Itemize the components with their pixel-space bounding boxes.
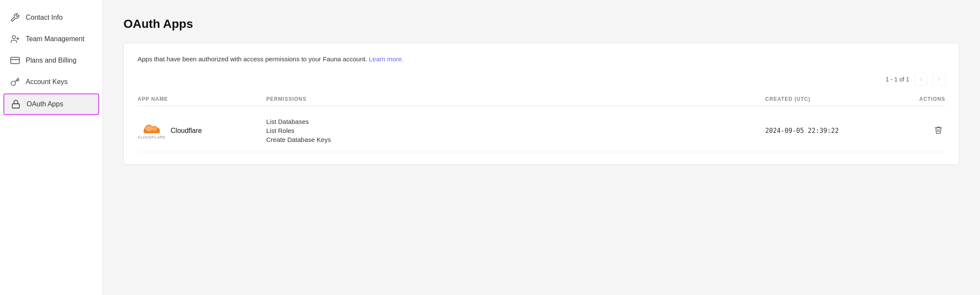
cloudflare-brand-text: CLOUDFLARE <box>138 135 165 139</box>
trash-icon <box>934 126 943 134</box>
table-row: CLOUDFLARE Cloudflare List Databases Lis… <box>138 109 945 152</box>
svg-point-0 <box>12 36 15 39</box>
cloudflare-icon <box>142 122 161 134</box>
sidebar-item-account-keys[interactable]: Account Keys <box>0 71 102 93</box>
key-icon <box>10 77 20 87</box>
svg-point-11 <box>152 126 157 131</box>
page-title: OAuth Apps <box>123 17 959 31</box>
col-header-actions: ACTIONS <box>894 96 945 102</box>
sidebar-item-label: Contact Info <box>26 14 63 21</box>
app-name-cell: CLOUDFLARE Cloudflare <box>138 122 266 139</box>
permission-list-roles: List Roles <box>266 127 765 134</box>
wrench-icon <box>10 13 20 22</box>
permission-create-database-keys: Create Database Keys <box>266 136 765 143</box>
app-name-label: Cloudflare <box>171 127 202 135</box>
sidebar-item-team-management[interactable]: Team Management <box>0 28 102 50</box>
sidebar: Contact Info Team Management Plans and B… <box>0 0 103 295</box>
oauth-apps-card: Apps that have been authorized with acce… <box>123 43 959 165</box>
sidebar-item-label: OAuth Apps <box>27 100 63 108</box>
permission-list-databases: List Databases <box>266 118 765 125</box>
svg-rect-5 <box>12 104 20 108</box>
svg-rect-9 <box>144 129 159 133</box>
sidebar-item-label: Plans and Billing <box>26 57 76 64</box>
col-header-app-name: APP NAME <box>138 96 266 102</box>
table-header: APP NAME PERMISSIONS CREATED (UTC) ACTIO… <box>138 93 945 106</box>
sidebar-item-contact-info[interactable]: Contact Info <box>0 7 102 28</box>
col-header-permissions: PERMISSIONS <box>266 96 765 102</box>
credit-card-icon <box>10 56 20 65</box>
sidebar-item-oauth-apps[interactable]: OAuth Apps <box>3 93 99 115</box>
delete-button[interactable] <box>932 123 945 138</box>
created-cell: 2024-09-05 22:39:22 <box>765 127 894 135</box>
sidebar-item-label: Team Management <box>26 35 84 43</box>
permissions-cell: List Databases List Roles Create Databas… <box>266 118 765 143</box>
learn-more-link[interactable]: Learn more. <box>369 55 403 63</box>
pagination-prev-button[interactable] <box>914 73 927 86</box>
main-content: OAuth Apps Apps that have been authorize… <box>103 0 980 295</box>
sidebar-item-label: Account Keys <box>26 78 68 86</box>
pagination-row: 1 - 1 of 1 <box>138 73 945 86</box>
svg-point-10 <box>145 125 153 131</box>
user-plus-icon <box>10 34 20 44</box>
sidebar-item-plans-and-billing[interactable]: Plans and Billing <box>0 50 102 71</box>
col-header-created: CREATED (UTC) <box>765 96 894 102</box>
pagination-next-button[interactable] <box>932 73 945 86</box>
cloudflare-logo: CLOUDFLARE <box>138 122 165 139</box>
card-description: Apps that have been authorized with acce… <box>138 55 945 63</box>
actions-cell <box>894 123 945 138</box>
pagination-text: 1 - 1 of 1 <box>886 76 909 83</box>
svg-rect-3 <box>11 57 19 64</box>
lock-icon <box>11 99 21 109</box>
